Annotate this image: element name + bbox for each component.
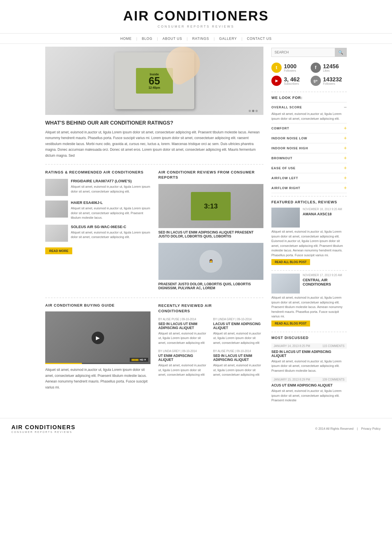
social-twitter[interactable]: t 1000 Followers bbox=[271, 63, 308, 73]
search-input[interactable] bbox=[272, 48, 335, 57]
buying-guide-body: Aliquet sit amet, euismod in,auctor ut, … bbox=[45, 367, 150, 390]
search-button[interactable]: 🔍 bbox=[335, 48, 346, 57]
criteria-noise-high-icon: + bbox=[344, 146, 347, 151]
youtube-count: 3, 462 bbox=[284, 77, 300, 82]
criteria-noise-low-label: INDOOR NOISE LOW bbox=[271, 137, 307, 140]
recently-byline-4: BY ALISE PUSE | 09-10-2014 bbox=[213, 350, 263, 353]
disc-comments-1: 115 COMMENTS bbox=[322, 344, 344, 348]
featured-row-2: NOVEMBER 17, 2013 9:20 AM CENTRAL AIR CO… bbox=[271, 274, 347, 294]
disc-comments-2: 109 COMMENTS bbox=[322, 378, 344, 381]
video-thumb[interactable]: ▶ ▮▮▮▮▮ HD ✕ bbox=[45, 311, 150, 364]
review-title-2: PRAESENT JUSTO DOLOR, LOBORTIS QUIS, LOB… bbox=[158, 282, 264, 290]
criteria-comfort-icon: + bbox=[344, 126, 347, 131]
criteria-overall-label: OVERALL SCORE bbox=[271, 106, 302, 109]
nav-contact[interactable]: CONTACT US bbox=[242, 37, 276, 41]
read-all-btn-1[interactable]: READ ALL BLOG POST bbox=[271, 259, 310, 265]
site-subtitle: CONSUMER REPORTS REVIEWS bbox=[6, 25, 386, 28]
youtube-stats: 3, 462 Subscribers bbox=[284, 77, 300, 85]
review-card-2: 👩‍💼 PRAESENT JUSTO DOLOR, LOBORTIS QUIS,… bbox=[158, 243, 264, 290]
rating-item-3: SOLEUS AIR SG-WAC-06ESE-C Aliquet sit am… bbox=[45, 225, 150, 242]
nav-home[interactable]: HOME bbox=[116, 37, 136, 41]
disc-title-2[interactable]: ACUS UT ENIM ADIPISCING ALIQUET bbox=[271, 383, 347, 387]
disc-meta-2: JANUARY 15, 2013 8:29 PM 109 COMMENTS bbox=[271, 377, 347, 382]
gplus-count: 143232 bbox=[323, 77, 342, 82]
nav-gallery[interactable]: GALLERY bbox=[215, 37, 242, 41]
most-discussed-title: MOST DISCUSSED bbox=[271, 336, 347, 340]
recently-byline-1: BY ALISE PUSE | 09-10-2014 bbox=[158, 318, 209, 321]
we-look-for-title: WE LOOK FOR: bbox=[271, 96, 347, 100]
criteria-noise-high[interactable]: INDOOR NOISE HIGH + bbox=[271, 143, 347, 153]
recently-item-1: BY ALISE PUSE | 09-10-2014 SED IN LACUS … bbox=[158, 318, 209, 345]
footer-sep: | bbox=[357, 427, 358, 430]
featured-row-1: NOVEMBER 18, 2013 9:20 AM AMANA AXSC18 bbox=[271, 208, 347, 228]
facebook-label: Likes bbox=[323, 69, 339, 72]
criteria-airflow-right[interactable]: AIRFLOW RIGHT + bbox=[271, 183, 347, 193]
recently-body-4: Aliquet sit amet, euismod in,auctor ut, … bbox=[213, 363, 263, 377]
criteria-overall-header[interactable]: OVERALL SCORE − bbox=[271, 105, 347, 110]
criteria-ease-icon: + bbox=[344, 166, 347, 171]
disc-date-1: JANUARY 14, 2013 8:25 PM bbox=[274, 344, 310, 348]
nav-about[interactable]: ABOUT US bbox=[158, 37, 187, 41]
featured-title: FEATURED ARTICLES, REVIEWS bbox=[271, 200, 347, 204]
featured-date-2: NOVEMBER 17, 2013 9:20 AM bbox=[303, 274, 347, 277]
nav-blog[interactable]: BLOG bbox=[137, 37, 157, 41]
divider-2 bbox=[45, 297, 263, 298]
sidebar-divider-3 bbox=[271, 270, 347, 271]
recently-title-3: UT ENIM ADIPISCING ALIQUET bbox=[158, 354, 209, 362]
recently-byline-2: BY LINDA GREY | 09-10-2014 bbox=[213, 318, 263, 321]
thermostat-device: Inside 65 12:40pm bbox=[115, 52, 194, 109]
criteria-airflow-left[interactable]: AIRFLOW LEFT + bbox=[271, 173, 347, 183]
gplus-icon: g+ bbox=[311, 76, 321, 86]
sidebar: 🔍 t 1000 Followers f 12456 Likes ▶ bbox=[271, 47, 347, 407]
social-youtube[interactable]: ▶ 3, 462 Subscribers bbox=[271, 76, 308, 86]
reviews-title: AIR CONDITIONER REVIEWS FROM CONSUMER RE… bbox=[158, 170, 264, 180]
divider-1 bbox=[45, 164, 263, 165]
read-all-btn-2[interactable]: READ ALL BLOG POST bbox=[271, 321, 310, 327]
criteria-noise-low-icon: + bbox=[344, 136, 347, 141]
featured-article-1: NOVEMBER 18, 2013 9:20 AM AMANA AXSC18 A… bbox=[271, 208, 347, 265]
criteria-airflow-right-label: AIRFLOW RIGHT bbox=[271, 186, 300, 190]
nav-ratings[interactable]: RATINGS bbox=[188, 37, 214, 41]
twitter-label: Followers bbox=[284, 69, 297, 72]
recently-reviewed-col: RECENTLY REVIEWED AIRCONDITIONERS BY ALI… bbox=[158, 303, 264, 390]
rating-info-2: HAIER ESA406J-L Aliquet sit amet, euismo… bbox=[71, 201, 150, 220]
criteria-ease[interactable]: EASE OF USE + bbox=[271, 163, 347, 173]
article-body: Aliquet sit amet, euismod in,auctor ut, … bbox=[45, 129, 263, 158]
disc-body-2: Aliquet sit amet, euismod in,auctor ut, … bbox=[271, 389, 347, 403]
facebook-count: 12456 bbox=[323, 63, 339, 69]
disc-item-1: JANUARY 14, 2013 8:25 PM 115 COMMENTS SE… bbox=[271, 343, 347, 373]
disc-title-1[interactable]: SED IN LACUS UT ENIM ADIPISCING ALIQUET bbox=[271, 350, 347, 358]
footer-privacy[interactable]: Privacy Policy bbox=[361, 427, 381, 430]
review-img-1: 3:13 bbox=[158, 184, 264, 228]
criteria-airflow-left-label: AIRFLOW LEFT bbox=[271, 176, 298, 180]
criteria-noise-low[interactable]: INDOOR NOISE LOW + bbox=[271, 133, 347, 143]
recently-byline-3: BY LINDA GREY | 09-10-2014 bbox=[158, 350, 209, 353]
featured-body-1: Aliquet sit amet, euismod in,auctor ut, … bbox=[271, 229, 347, 257]
featured-date-1: NOVEMBER 18, 2013 9:20 AM bbox=[303, 208, 342, 211]
video-progress[interactable] bbox=[45, 363, 150, 364]
featured-text-1: NOVEMBER 18, 2013 9:20 AM AMANA AXSC18 bbox=[303, 208, 342, 228]
criteria-overall[interactable]: OVERALL SCORE − Aliquet sit amet, euismo… bbox=[271, 102, 347, 123]
recently-grid: BY ALISE PUSE | 09-10-2014 SED IN LACUS … bbox=[158, 318, 264, 377]
criteria-comfort[interactable]: COMFORT + bbox=[271, 123, 347, 133]
rating-item-1: FRIGIDAIRE LRA087AT7 (LOWE'S) Aliquet si… bbox=[45, 179, 150, 196]
rating-info-1: FRIGIDAIRE LRA087AT7 (LOWE'S) Aliquet si… bbox=[71, 179, 150, 196]
twitter-stats: 1000 Followers bbox=[284, 63, 297, 72]
recently-item-3: BY LINDA GREY | 09-10-2014 UT ENIM ADIPI… bbox=[158, 350, 209, 377]
read-more-button[interactable]: READ MORE bbox=[45, 247, 72, 254]
two-col-section: RATINGS & RECOMMENDED AIR CONDITIONERS F… bbox=[45, 170, 263, 292]
content-area: Inside 65 12:40pm WHAT'S BEHIND OUR AIR … bbox=[45, 47, 263, 407]
sidebar-divider-1 bbox=[271, 92, 347, 92]
gplus-stats: 143232 Followers bbox=[323, 77, 342, 85]
rating-img-1 bbox=[45, 179, 68, 196]
search-box: 🔍 bbox=[271, 48, 347, 57]
featured-img-2 bbox=[271, 274, 300, 294]
social-grid: t 1000 Followers f 12456 Likes ▶ 3, 462 … bbox=[271, 63, 347, 86]
social-gplus[interactable]: g+ 143232 Followers bbox=[311, 76, 347, 86]
buying-guide-title: AIR CONDITIONER BUYING GUIDE bbox=[45, 303, 150, 307]
social-facebook[interactable]: f 12456 Likes bbox=[311, 63, 347, 73]
recently-body-2: Aliquet sit amet, euismod in,auctor ut, … bbox=[213, 331, 263, 345]
twitter-icon: t bbox=[271, 63, 282, 73]
criteria-brownout[interactable]: BROWNOUT + bbox=[271, 153, 347, 163]
rating-img-3 bbox=[45, 225, 68, 242]
